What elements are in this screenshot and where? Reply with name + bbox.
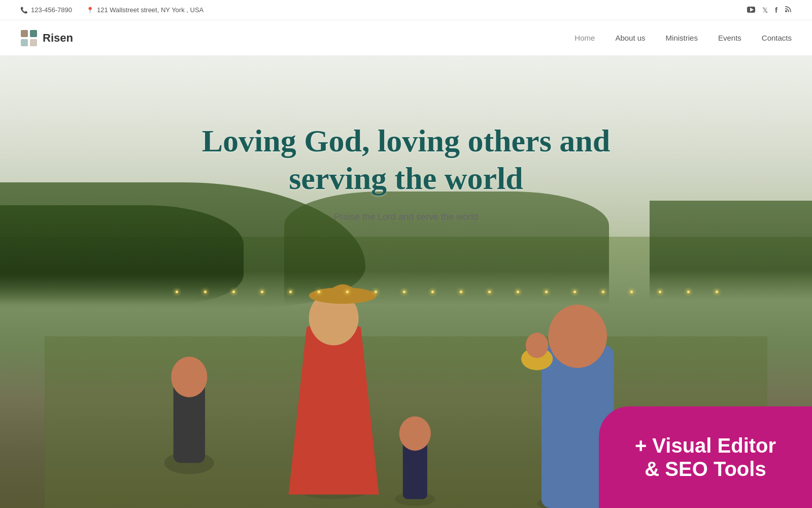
light-19 xyxy=(687,291,690,293)
nav-link-events[interactable]: Events xyxy=(718,34,741,42)
top-bar-left: 📞 123-456-7890 📍 121 Wallstreet street, … xyxy=(20,6,204,14)
address-contact: 📍 121 Wallstreet street, NY York , USA xyxy=(86,6,204,14)
svg-rect-4 xyxy=(30,30,37,37)
nav-item-contacts[interactable]: Contacts xyxy=(762,34,792,43)
youtube-icon[interactable] xyxy=(747,6,755,14)
promo-line2: & SEO Tools xyxy=(645,458,766,480)
location-icon: 📍 xyxy=(86,7,94,14)
top-bar: 📞 123-456-7890 📍 121 Wallstreet street, … xyxy=(0,0,812,20)
svg-rect-5 xyxy=(21,39,28,46)
nav-link-home[interactable]: Home xyxy=(574,34,595,42)
phone-icon: 📞 xyxy=(20,7,28,14)
string-lights xyxy=(162,291,731,293)
light-7 xyxy=(346,291,349,293)
light-12 xyxy=(488,291,491,293)
light-4 xyxy=(261,291,263,293)
light-18 xyxy=(659,291,661,293)
light-20 xyxy=(716,291,718,293)
hero-content: Loving God, loving others and serving th… xyxy=(0,56,812,223)
hero-subtitle: Praise the Lord and serve the world xyxy=(0,212,812,223)
nav-links: Home About us Ministries Events Contacts xyxy=(574,34,792,43)
light-2 xyxy=(204,291,207,293)
light-5 xyxy=(289,291,292,293)
address-text: 121 Wallstreet street, NY York , USA xyxy=(97,6,204,14)
svg-point-19 xyxy=(548,305,607,368)
hero-section: Loving God, loving others and serving th… xyxy=(0,56,812,508)
nav-link-ministries[interactable]: Ministries xyxy=(666,34,698,42)
twitter-icon[interactable]: 𝕏 xyxy=(762,6,768,14)
rss-icon[interactable] xyxy=(785,6,792,14)
nav-link-contacts[interactable]: Contacts xyxy=(762,34,792,42)
logo-icon xyxy=(20,29,38,47)
logo-link[interactable]: Risen xyxy=(20,29,73,47)
light-3 xyxy=(232,291,235,293)
promo-line1: + Visual Editor xyxy=(635,434,776,457)
svg-rect-3 xyxy=(21,30,28,37)
social-links: 𝕏 f xyxy=(747,6,792,14)
light-16 xyxy=(602,291,604,293)
light-17 xyxy=(630,291,633,293)
svg-point-10 xyxy=(171,357,207,397)
promo-text: + Visual Editor & SEO Tools xyxy=(635,434,776,481)
light-9 xyxy=(403,291,405,293)
light-14 xyxy=(545,291,548,293)
nav-item-home[interactable]: Home xyxy=(574,34,595,43)
light-8 xyxy=(375,291,377,293)
light-1 xyxy=(176,291,178,293)
svg-rect-6 xyxy=(30,39,37,46)
svg-point-2 xyxy=(785,10,787,12)
light-13 xyxy=(517,291,519,293)
logo-text: Risen xyxy=(43,31,73,45)
light-6 xyxy=(318,291,320,293)
light-11 xyxy=(460,291,462,293)
phone-contact: 📞 123-456-7890 xyxy=(20,6,72,14)
nav-item-ministries[interactable]: Ministries xyxy=(666,34,698,43)
phone-number: 123-456-7890 xyxy=(31,6,72,14)
nav-item-events[interactable]: Events xyxy=(718,34,741,43)
svg-point-21 xyxy=(526,333,548,358)
hero-title: Loving God, loving others and serving th… xyxy=(178,122,634,198)
navbar: Risen Home About us Ministries Events Co… xyxy=(0,20,812,56)
light-10 xyxy=(431,291,434,293)
svg-point-16 xyxy=(399,416,431,451)
nav-link-about[interactable]: About us xyxy=(615,34,645,42)
facebook-icon[interactable]: f xyxy=(775,6,777,14)
promo-badge[interactable]: + Visual Editor & SEO Tools xyxy=(599,406,812,508)
nav-item-about[interactable]: About us xyxy=(615,34,645,43)
light-15 xyxy=(573,291,576,293)
